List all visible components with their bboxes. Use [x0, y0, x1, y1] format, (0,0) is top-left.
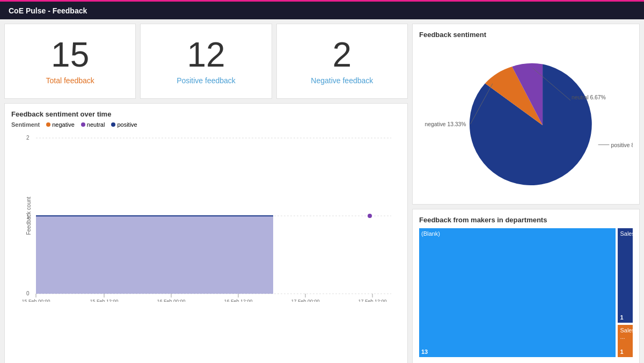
sentiment-title: Feedback sentiment	[419, 31, 633, 39]
legend-neutral-label: neutral	[87, 121, 105, 128]
left-panel: 15 Total feedback 12 Positive feedback 2…	[4, 24, 412, 363]
svg-text:negative 13.33%: negative 13.33%	[425, 121, 466, 127]
kpi-total-label: Total feedback	[46, 76, 94, 85]
positive-dot	[111, 122, 115, 127]
right-panel: Feedback sentiment	[412, 24, 640, 363]
svg-text:2: 2	[26, 135, 30, 141]
top-bar: CoE Pulse - Feedback	[0, 0, 644, 19]
sentiment-card: Feedback sentiment	[412, 24, 640, 205]
svg-marker-7	[36, 216, 273, 294]
kpi-positive: 12 Positive feedback	[140, 24, 272, 99]
legend-positive: positive	[111, 121, 137, 128]
sales-label-bottom: Sales ...	[620, 327, 635, 340]
blank-label: (Blank)	[421, 230, 440, 237]
dept-title: Feedback from makers in departments	[419, 216, 633, 224]
svg-text:neutral 6.67%: neutral 6.67%	[572, 95, 606, 100]
sales-count-2: 1	[620, 349, 623, 355]
svg-text:15 Feb 00:00: 15 Feb 00:00	[21, 299, 50, 302]
sales-label-top: Sales	[620, 230, 635, 237]
dept-bar-blank: (Blank) 13	[419, 228, 616, 357]
kpi-row: 15 Total feedback 12 Positive feedback 2…	[4, 24, 408, 99]
dept-bar-sales-top: Sales 1	[618, 228, 633, 323]
time-chart-svg: 2 1 0 Feedback count	[11, 130, 401, 302]
pie-svg: neutral 6.67% negative 13.33% positive 8…	[419, 42, 633, 198]
svg-text:17 Feb 12:00: 17 Feb 12:00	[358, 299, 386, 302]
kpi-positive-label: Positive feedback	[177, 76, 236, 85]
time-chart-title: Feedback sentiment over time	[11, 110, 401, 118]
legend-positive-label: positive	[117, 121, 137, 128]
kpi-total: 15 Total feedback	[4, 24, 136, 99]
dept-bar-sales-bottom: Sales ... 1	[618, 325, 633, 357]
dept-card: Feedback from makers in departments (Bla…	[412, 209, 640, 363]
legend-title: Sentiment	[11, 121, 40, 128]
negative-dot	[46, 122, 50, 127]
sales-count-1: 1	[620, 314, 623, 321]
kpi-total-number: 15	[51, 38, 89, 72]
kpi-positive-number: 12	[187, 38, 225, 72]
svg-text:0: 0	[26, 291, 30, 296]
legend-negative: negative	[46, 121, 75, 128]
main-content: 15 Total feedback 12 Positive feedback 2…	[0, 19, 644, 363]
neutral-dot	[81, 122, 85, 127]
dept-bar-sales: Sales 1 Sales ... 1	[618, 228, 633, 357]
time-chart-card: Feedback sentiment over time Sentiment n…	[4, 103, 408, 363]
dept-chart-container: (Blank) 13 Sales 1 Sales ... 1	[419, 228, 633, 357]
svg-text:15 Feb 12:00: 15 Feb 12:00	[90, 299, 118, 302]
kpi-negative-number: 2	[333, 38, 352, 72]
svg-text:Feedback count: Feedback count	[26, 197, 32, 235]
svg-text:positive 80%: positive 80%	[611, 142, 633, 148]
svg-point-9	[368, 214, 372, 218]
chart-legend: Sentiment negative neutral positive	[11, 121, 401, 128]
app-title: CoE Pulse - Feedback	[9, 6, 87, 15]
kpi-negative-label: Negative feedback	[311, 76, 373, 85]
svg-text:17 Feb 00:00: 17 Feb 00:00	[291, 299, 319, 302]
kpi-negative: 2 Negative feedback	[276, 24, 408, 99]
time-chart-container: 2 1 0 Feedback count	[11, 130, 401, 302]
svg-text:16 Feb 00:00: 16 Feb 00:00	[157, 299, 185, 302]
blank-count: 13	[421, 349, 428, 355]
legend-negative-label: negative	[52, 121, 75, 128]
pie-container: neutral 6.67% negative 13.33% positive 8…	[419, 42, 633, 198]
legend-neutral: neutral	[81, 121, 105, 128]
svg-text:16 Feb 12:00: 16 Feb 12:00	[224, 299, 252, 302]
